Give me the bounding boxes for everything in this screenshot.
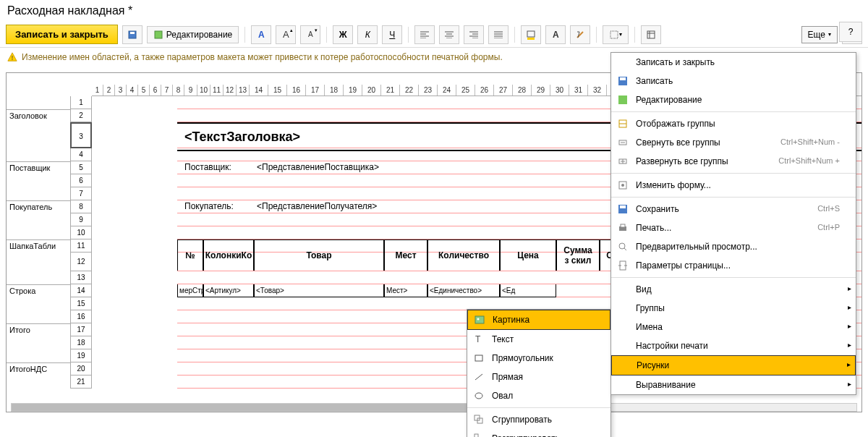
- col-header-8[interactable]: 8: [173, 85, 184, 96]
- row-header-17[interactable]: 17: [70, 323, 92, 336]
- menu-item[interactable]: Печать...Ctrl+P: [611, 218, 856, 237]
- col-header-31[interactable]: 31: [569, 85, 588, 96]
- col-header-13[interactable]: 13: [237, 85, 250, 96]
- menu-item[interactable]: Овал: [467, 386, 610, 405]
- menu-item[interactable]: Настройки печати▸: [611, 336, 856, 355]
- col-header-28[interactable]: 28: [513, 85, 532, 96]
- bold-button[interactable]: Ж: [333, 25, 353, 44]
- table-data-cell[interactable]: <Единичество>: [427, 284, 500, 297]
- align-center-button[interactable]: [439, 25, 459, 44]
- menu-item[interactable]: Изменить форму...: [611, 176, 856, 195]
- table-data-cell[interactable]: Мест>: [384, 284, 427, 297]
- menu-item[interactable]: Записать и закрыть: [611, 53, 856, 72]
- buyer-label[interactable]: Покупатель:: [184, 201, 234, 211]
- col-header-26[interactable]: 26: [475, 85, 494, 96]
- col-header-9[interactable]: 9: [184, 85, 197, 96]
- row-header-4[interactable]: 4: [70, 148, 92, 161]
- col-header-29[interactable]: 29: [532, 85, 550, 96]
- insert-button[interactable]: [641, 25, 661, 44]
- menu-item[interactable]: TТекст: [467, 330, 610, 349]
- menu-item[interactable]: Вид▸: [611, 280, 856, 299]
- align-right-button[interactable]: [464, 25, 484, 44]
- row-header-21[interactable]: 21: [70, 376, 92, 389]
- row-header-8[interactable]: 8: [70, 200, 92, 213]
- col-header-19[interactable]: 19: [344, 85, 362, 96]
- row-header-1[interactable]: 1: [70, 96, 92, 109]
- row-header-15[interactable]: 15: [70, 297, 92, 310]
- menu-item[interactable]: СохранитьCtrl+S: [611, 200, 856, 218]
- col-header-32[interactable]: 32: [588, 85, 607, 96]
- menu-item[interactable]: Картинка: [467, 310, 610, 330]
- col-header-12[interactable]: 12: [224, 85, 237, 96]
- col-header-1[interactable]: 1: [92, 85, 103, 96]
- col-header-24[interactable]: 24: [438, 85, 456, 96]
- col-header-18[interactable]: 18: [325, 85, 344, 96]
- row-header-16[interactable]: 16: [70, 310, 92, 323]
- menu-item[interactable]: Рисунки▸: [611, 355, 856, 376]
- supplier-value[interactable]: <ПредставлениеПоставщика>: [257, 162, 379, 172]
- col-header-5[interactable]: 5: [138, 85, 150, 96]
- menu-item[interactable]: Параметры страницы...: [611, 256, 856, 275]
- menu-item[interactable]: Отображать группы: [611, 114, 856, 133]
- save-close-button[interactable]: Записать и закрыть: [6, 25, 118, 44]
- row-header-18[interactable]: 18: [70, 336, 92, 349]
- col-header-14[interactable]: 14: [250, 85, 268, 96]
- fill-color-button[interactable]: [521, 25, 541, 44]
- menu-item[interactable]: Свернуть все группыCtrl+Shift+Num -: [611, 133, 856, 152]
- col-header-16[interactable]: 16: [287, 85, 306, 96]
- col-header-27[interactable]: 27: [494, 85, 513, 96]
- table-data-cell[interactable]: мерСтр: [177, 284, 203, 297]
- row-header-9[interactable]: 9: [70, 213, 92, 226]
- menu-item[interactable]: Разгруппировать: [467, 429, 610, 437]
- col-header-20[interactable]: 20: [362, 85, 381, 96]
- col-header-10[interactable]: 10: [197, 85, 210, 96]
- col-header-11[interactable]: 11: [210, 85, 224, 96]
- col-header-23[interactable]: 23: [419, 85, 438, 96]
- borders-button[interactable]: ▾: [603, 25, 629, 44]
- row-header-6[interactable]: 6: [70, 174, 92, 187]
- row-header-2[interactable]: 2: [70, 109, 92, 122]
- font-size-inc-button[interactable]: А▴: [276, 25, 296, 44]
- col-header-7[interactable]: 7: [161, 85, 173, 96]
- row-header-7[interactable]: 7: [70, 187, 92, 200]
- col-header-17[interactable]: 17: [306, 85, 325, 96]
- row-header-12[interactable]: 12: [70, 253, 92, 271]
- menu-item[interactable]: Прямая: [467, 368, 610, 386]
- row-header-13[interactable]: 13: [70, 271, 92, 284]
- save-button[interactable]: [122, 25, 142, 44]
- row-header-19[interactable]: 19: [70, 349, 92, 362]
- more-button[interactable]: Еще ▾: [801, 26, 838, 43]
- menu-item[interactable]: Записать: [611, 72, 856, 90]
- row-header-3[interactable]: 3: [70, 122, 92, 148]
- align-justify-button[interactable]: [488, 25, 509, 44]
- col-header-15[interactable]: 15: [268, 85, 287, 96]
- table-data-cell[interactable]: <Товар>: [254, 284, 384, 297]
- menu-item[interactable]: Сгруппировать: [467, 410, 610, 429]
- supplier-label[interactable]: Поставщик:: [184, 162, 231, 172]
- font-name-button[interactable]: А: [251, 25, 271, 44]
- horizontal-scrollbar[interactable]: [11, 403, 857, 412]
- col-header-30[interactable]: 30: [550, 85, 569, 96]
- row-header-5[interactable]: 5: [70, 161, 92, 174]
- italic-button[interactable]: К: [357, 25, 378, 44]
- underline-button[interactable]: Ч: [382, 25, 402, 44]
- edit-mode-button[interactable]: Редактирование: [147, 26, 239, 43]
- font-size-dec-button[interactable]: А▾: [300, 25, 320, 44]
- text-color-button[interactable]: А: [545, 25, 566, 44]
- menu-item[interactable]: Редактирование: [611, 90, 856, 109]
- buyer-value[interactable]: <ПредставлениеПолучателя>: [257, 201, 377, 211]
- menu-item[interactable]: Развернуть все группыCtrl+Shift+Num +: [611, 152, 856, 171]
- col-header-4[interactable]: 4: [127, 85, 138, 96]
- menu-item[interactable]: Группы▸: [611, 299, 856, 318]
- menu-item[interactable]: Имена▸: [611, 318, 856, 336]
- row-ruler[interactable]: 123456789101112131415161718192021: [70, 96, 92, 389]
- align-left-button[interactable]: [414, 25, 435, 44]
- col-header-2[interactable]: 2: [103, 85, 115, 96]
- table-data-cell[interactable]: <Ед: [500, 284, 556, 297]
- panel-help-button[interactable]: ?: [839, 22, 862, 42]
- row-header-14[interactable]: 14: [70, 284, 92, 297]
- col-header-22[interactable]: 22: [400, 85, 419, 96]
- row-header-10[interactable]: 10: [70, 226, 92, 239]
- col-header-25[interactable]: 25: [456, 85, 475, 96]
- row-header-11[interactable]: 11: [70, 239, 92, 253]
